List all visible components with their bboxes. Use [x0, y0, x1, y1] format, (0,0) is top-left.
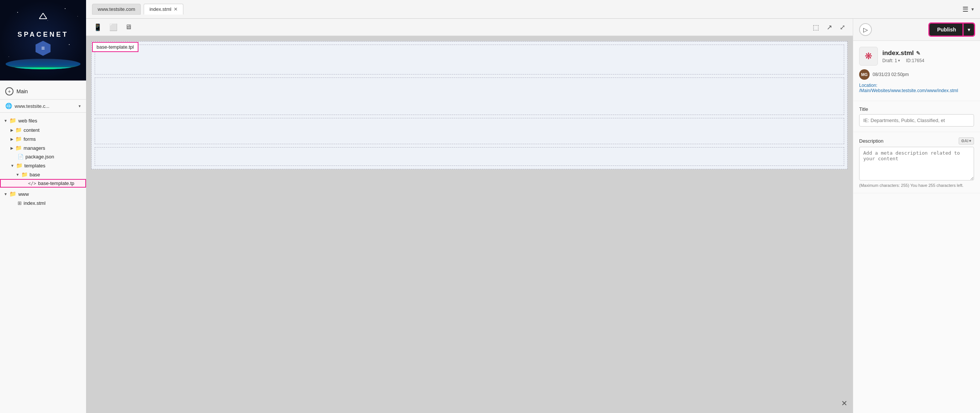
- file-large-icon: ❋: [859, 47, 878, 65]
- svg-line-1: [39, 13, 43, 19]
- tablet-view-icon[interactable]: ⬜: [108, 22, 119, 33]
- desktop-view-icon[interactable]: 🖥: [124, 22, 133, 33]
- draft-badge[interactable]: Draft: 1 ▾: [882, 58, 900, 63]
- publish-button[interactable]: Publish: [929, 24, 964, 35]
- globe-icon: 🌐: [5, 103, 12, 109]
- file-meta: Draft: 1 ▾ ID:17654: [882, 58, 974, 63]
- tree-item-content[interactable]: ▶ 📁 content: [0, 126, 86, 134]
- sidebar: SPACENET ≡ + Main 🌐 www.testsite.c... ▾: [0, 0, 86, 413]
- user-info: MG 08/31/23 02:50pm: [859, 69, 974, 80]
- folder-icon: 📁: [16, 163, 22, 169]
- arrow-icon: ▶: [11, 128, 13, 132]
- close-canvas-button[interactable]: ✕: [841, 399, 848, 408]
- domain-selector[interactable]: 🌐 www.testsite.c... ▾: [0, 99, 86, 113]
- tree-label-forms: forms: [24, 136, 36, 142]
- logo-text: SPACENET: [18, 31, 69, 38]
- publish-dropdown-button[interactable]: ▾: [964, 24, 974, 35]
- file-id: ID:17654: [906, 58, 924, 63]
- canvas-toolbar: 📱 ⬜ 🖥 ⬚ ↗ ⤢: [86, 19, 853, 36]
- description-textarea[interactable]: [859, 147, 974, 180]
- file-info-section: ❋ index.stml ✎ Draft: 1 ▾ ID:17654: [853, 41, 980, 101]
- play-button[interactable]: ▷: [859, 23, 872, 36]
- canvas-inner[interactable]: [91, 41, 848, 169]
- file-name-text: index.stml: [882, 49, 914, 57]
- tree-label-www: www: [18, 191, 29, 197]
- sidebar-nav: + Main 🌐 www.testsite.c... ▾ ▼ 📁 web fil…: [0, 80, 86, 413]
- folder-icon: 📁: [15, 127, 22, 133]
- file-name: index.stml ✎: [882, 49, 974, 57]
- location-label: Location:: [859, 83, 877, 88]
- description-label-text: Description: [859, 138, 883, 144]
- location-info: Location: /Main/Websites/www.testsite.co…: [859, 83, 974, 93]
- rocket-icon: [37, 11, 49, 30]
- ai-icon[interactable]: ⚙AI✦: [959, 137, 974, 145]
- domain-label: www.testsite.c...: [14, 103, 49, 109]
- menu-dropdown-icon[interactable]: ▾: [971, 6, 974, 12]
- tree-item-managers[interactable]: ▶ 📁 managers: [0, 144, 86, 152]
- tree-label-base: base: [30, 172, 40, 177]
- sidebar-item-main[interactable]: + Main: [0, 83, 86, 99]
- tree-label-web-files: web files: [18, 118, 37, 124]
- tree-item-index-stml[interactable]: ⊞ index.stml: [0, 199, 86, 207]
- arrow-icon: ▼: [11, 164, 14, 168]
- title-label-text: Title: [859, 106, 868, 112]
- main-circle-icon: +: [5, 87, 13, 96]
- expand-icon[interactable]: ⤢: [838, 22, 847, 33]
- canvas-row-4: [95, 147, 844, 166]
- tree-item-forms[interactable]: ▶ 📁 forms: [0, 134, 86, 144]
- file-tree: ▼ 📁 web files ▶ 📁 content ▶ 📁 forms ▶ 📁 …: [0, 113, 86, 210]
- tree-label-content: content: [24, 127, 40, 133]
- right-panel-header: ▷ Publish ▾: [853, 19, 980, 41]
- svg-line-0: [43, 13, 47, 19]
- logo-hex-icon: ≡: [35, 41, 51, 56]
- tree-item-www[interactable]: ▼ 📁 www: [0, 189, 86, 199]
- earth-graphic: [6, 59, 80, 69]
- title-input[interactable]: [859, 114, 974, 126]
- tab-domain[interactable]: www.testsite.com: [92, 4, 141, 14]
- title-label: Title: [859, 106, 974, 112]
- arrow-icon: ▶: [11, 137, 13, 141]
- main-content: www.testsite.com index.stml ✕ ☰ ▾ 📱 ⬜ 🖥 …: [86, 0, 980, 413]
- folder-icon: 📁: [15, 136, 22, 142]
- title-section: Title: [853, 101, 980, 132]
- hamburger-menu-icon[interactable]: ☰: [963, 5, 969, 13]
- file-icon: 📄: [18, 154, 24, 159]
- tab-index[interactable]: index.stml ✕: [144, 4, 183, 14]
- sidebar-main-label: Main: [16, 88, 28, 94]
- domain-chevron-icon: ▾: [79, 104, 81, 108]
- tree-item-package-json[interactable]: 📄 package.json: [0, 152, 86, 161]
- external-link-icon[interactable]: ↗: [825, 22, 834, 33]
- folder-icon: 📁: [15, 145, 22, 151]
- right-panel: ▷ Publish ▾ ❋ index.stml ✎: [853, 19, 980, 413]
- snowflake-icon: ❋: [865, 51, 872, 61]
- tree-item-base[interactable]: ▼ 📁 base: [0, 170, 86, 179]
- arrow-icon: ▶: [11, 146, 13, 150]
- arrow-icon: ▼: [16, 172, 19, 177]
- description-label: Description ⚙AI✦: [859, 137, 974, 145]
- folder-icon: 📁: [21, 172, 28, 177]
- location-path: /Main/Websites/www.testsite.com/www/inde…: [859, 88, 958, 93]
- description-section: Description ⚙AI✦ (Maximum characters: 25…: [853, 132, 980, 193]
- logo-area: SPACENET ≡: [0, 0, 86, 80]
- tree-item-base-template[interactable]: </> base-template.tp: [0, 179, 86, 188]
- tree-label-base-template: base-template.tp: [38, 180, 75, 186]
- user-timestamp: 08/31/23 02:50pm: [873, 72, 909, 77]
- edit-filename-icon[interactable]: ✎: [916, 50, 921, 56]
- tree-item-templates[interactable]: ▼ 📁 templates: [0, 161, 86, 170]
- code-file-icon: </>: [28, 181, 36, 186]
- toolbar-devices: 📱 ⬜ 🖥: [92, 22, 133, 33]
- mobile-view-icon[interactable]: 📱: [92, 22, 103, 33]
- editor-area: 📱 ⬜ 🖥 ⬚ ↗ ⤢ base-template.tpl: [86, 19, 980, 413]
- selection-tool-icon[interactable]: ⬚: [811, 22, 821, 33]
- user-initials: MG: [861, 72, 868, 77]
- template-label: base-template.tpl: [92, 42, 138, 52]
- logo: SPACENET ≡: [6, 11, 80, 69]
- draft-text: Draft: 1: [882, 58, 897, 63]
- tree-item-web-files[interactable]: ▼ 📁 web files: [0, 116, 86, 126]
- tab-domain-label: www.testsite.com: [98, 6, 135, 12]
- tab-index-label: index.stml: [149, 6, 171, 12]
- tree-label-templates: templates: [24, 163, 45, 169]
- tree-label-managers: managers: [24, 145, 45, 151]
- canvas-area: base-template.tpl ✕: [86, 36, 853, 413]
- tab-close-icon[interactable]: ✕: [173, 6, 178, 12]
